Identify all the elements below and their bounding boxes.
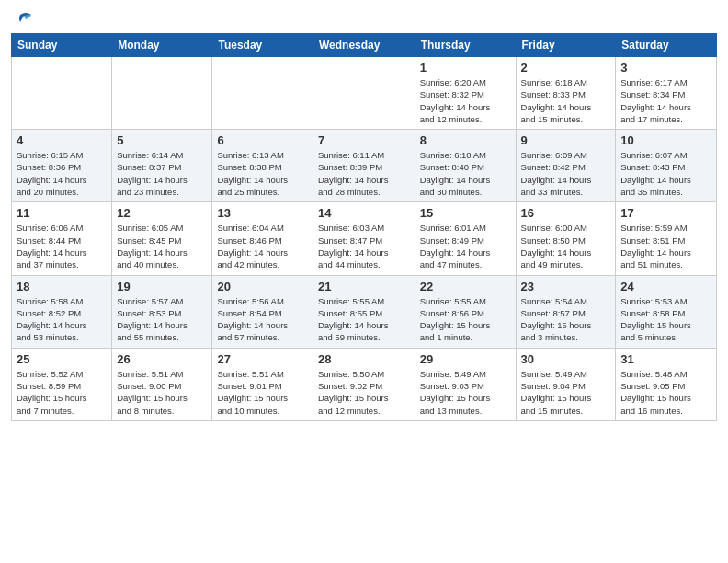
calendar-cell: 24Sunrise: 5:53 AM Sunset: 8:58 PM Dayli…: [616, 275, 717, 348]
day-info: Sunrise: 5:49 AM Sunset: 9:04 PM Dayligh…: [521, 368, 611, 417]
weekday-header: Monday: [112, 34, 212, 57]
day-info: Sunrise: 5:52 AM Sunset: 8:59 PM Dayligh…: [17, 368, 107, 417]
day-number: 31: [620, 352, 711, 366]
calendar-cell: 26Sunrise: 5:51 AM Sunset: 9:00 PM Dayli…: [112, 348, 212, 420]
calendar-cell: 27Sunrise: 5:51 AM Sunset: 9:01 PM Dayli…: [212, 348, 313, 420]
calendar-cell: 23Sunrise: 5:54 AM Sunset: 8:57 PM Dayli…: [516, 275, 616, 348]
day-info: Sunrise: 5:59 AM Sunset: 8:51 PM Dayligh…: [620, 222, 711, 270]
calendar-cell: 5Sunrise: 6:14 AM Sunset: 8:37 PM Daylig…: [112, 130, 212, 202]
day-info: Sunrise: 6:00 AM Sunset: 8:50 PM Dayligh…: [521, 222, 611, 270]
day-number: 25: [17, 352, 107, 366]
calendar-cell: 8Sunrise: 6:10 AM Sunset: 8:40 PM Daylig…: [415, 130, 516, 202]
day-info: Sunrise: 5:58 AM Sunset: 8:52 PM Dayligh…: [17, 295, 107, 344]
calendar-cell: [112, 57, 212, 130]
day-info: Sunrise: 6:01 AM Sunset: 8:49 PM Dayligh…: [420, 222, 511, 270]
day-info: Sunrise: 5:49 AM Sunset: 9:03 PM Dayligh…: [420, 368, 511, 417]
calendar-cell: 12Sunrise: 6:05 AM Sunset: 8:45 PM Dayli…: [112, 202, 212, 275]
day-number: 10: [620, 133, 711, 147]
day-number: 3: [620, 61, 711, 75]
day-info: Sunrise: 6:07 AM Sunset: 8:43 PM Dayligh…: [620, 149, 711, 198]
day-number: 20: [217, 280, 307, 293]
day-info: Sunrise: 6:14 AM Sunset: 8:37 PM Dayligh…: [117, 149, 207, 198]
page-container: SundayMondayTuesdayWednesdayThursdayFrid…: [0, 0, 728, 563]
calendar-cell: [212, 57, 313, 130]
calendar-week-row: 18Sunrise: 5:58 AM Sunset: 8:52 PM Dayli…: [12, 275, 717, 348]
calendar-cell: 28Sunrise: 5:50 AM Sunset: 9:02 PM Dayli…: [313, 348, 415, 420]
day-number: 19: [117, 280, 207, 293]
calendar-week-row: 11Sunrise: 6:06 AM Sunset: 8:44 PM Dayli…: [12, 202, 717, 275]
day-info: Sunrise: 6:03 AM Sunset: 8:47 PM Dayligh…: [318, 222, 410, 270]
calendar-cell: 11Sunrise: 6:06 AM Sunset: 8:44 PM Dayli…: [12, 202, 112, 275]
calendar-cell: 18Sunrise: 5:58 AM Sunset: 8:52 PM Dayli…: [12, 275, 112, 348]
calendar-cell: 13Sunrise: 6:04 AM Sunset: 8:46 PM Dayli…: [212, 202, 313, 275]
day-number: 12: [117, 206, 207, 220]
calendar-week-row: 1Sunrise: 6:20 AM Sunset: 8:32 PM Daylig…: [12, 57, 717, 130]
day-info: Sunrise: 5:51 AM Sunset: 9:00 PM Dayligh…: [117, 368, 207, 417]
calendar-cell: [313, 57, 415, 130]
day-number: 26: [117, 352, 207, 366]
calendar-cell: 17Sunrise: 5:59 AM Sunset: 8:51 PM Dayli…: [616, 202, 717, 275]
calendar-cell: 20Sunrise: 5:56 AM Sunset: 8:54 PM Dayli…: [212, 275, 313, 348]
day-info: Sunrise: 6:17 AM Sunset: 8:34 PM Dayligh…: [620, 76, 711, 125]
weekday-header: Sunday: [12, 34, 112, 57]
calendar-cell: [12, 57, 112, 130]
day-number: 29: [420, 352, 511, 366]
calendar-cell: 29Sunrise: 5:49 AM Sunset: 9:03 PM Dayli…: [415, 348, 516, 420]
day-info: Sunrise: 5:51 AM Sunset: 9:01 PM Dayligh…: [217, 368, 307, 417]
day-info: Sunrise: 6:06 AM Sunset: 8:44 PM Dayligh…: [17, 222, 107, 270]
calendar-cell: 3Sunrise: 6:17 AM Sunset: 8:34 PM Daylig…: [616, 57, 717, 130]
weekday-header: Saturday: [616, 34, 717, 57]
day-number: 16: [521, 206, 611, 220]
day-number: 5: [117, 133, 207, 147]
calendar-week-row: 25Sunrise: 5:52 AM Sunset: 8:59 PM Dayli…: [12, 348, 717, 420]
day-number: 1: [420, 61, 511, 75]
day-info: Sunrise: 6:20 AM Sunset: 8:32 PM Dayligh…: [420, 76, 511, 125]
day-number: 30: [521, 352, 611, 366]
day-info: Sunrise: 6:05 AM Sunset: 8:45 PM Dayligh…: [117, 222, 207, 270]
weekday-header: Wednesday: [313, 34, 415, 57]
calendar-cell: 7Sunrise: 6:11 AM Sunset: 8:39 PM Daylig…: [313, 130, 415, 202]
day-info: Sunrise: 6:13 AM Sunset: 8:38 PM Dayligh…: [217, 149, 307, 198]
calendar-table: SundayMondayTuesdayWednesdayThursdayFrid…: [11, 33, 717, 421]
day-number: 22: [420, 280, 511, 293]
calendar-cell: 30Sunrise: 5:49 AM Sunset: 9:04 PM Dayli…: [516, 348, 616, 420]
day-number: 28: [318, 352, 410, 366]
day-info: Sunrise: 5:55 AM Sunset: 8:56 PM Dayligh…: [420, 295, 511, 344]
day-number: 11: [17, 206, 107, 220]
day-number: 7: [318, 133, 410, 147]
weekday-header: Tuesday: [212, 34, 313, 57]
day-number: 8: [420, 133, 511, 147]
day-info: Sunrise: 6:04 AM Sunset: 8:46 PM Dayligh…: [217, 222, 307, 270]
day-number: 21: [318, 280, 410, 293]
calendar-week-row: 4Sunrise: 6:15 AM Sunset: 8:36 PM Daylig…: [12, 130, 717, 202]
logo-bird-icon: [13, 9, 35, 31]
calendar-cell: 15Sunrise: 6:01 AM Sunset: 8:49 PM Dayli…: [415, 202, 516, 275]
day-info: Sunrise: 5:54 AM Sunset: 8:57 PM Dayligh…: [521, 295, 611, 344]
day-info: Sunrise: 5:50 AM Sunset: 9:02 PM Dayligh…: [318, 368, 410, 417]
day-number: 6: [217, 133, 307, 147]
calendar-cell: 4Sunrise: 6:15 AM Sunset: 8:36 PM Daylig…: [12, 130, 112, 202]
day-number: 24: [620, 280, 711, 293]
calendar-cell: 10Sunrise: 6:07 AM Sunset: 8:43 PM Dayli…: [616, 130, 717, 202]
day-info: Sunrise: 5:55 AM Sunset: 8:55 PM Dayligh…: [318, 295, 410, 344]
calendar-cell: 19Sunrise: 5:57 AM Sunset: 8:53 PM Dayli…: [112, 275, 212, 348]
calendar-header-row: SundayMondayTuesdayWednesdayThursdayFrid…: [12, 34, 717, 57]
day-info: Sunrise: 6:18 AM Sunset: 8:33 PM Dayligh…: [521, 76, 611, 125]
day-number: 27: [217, 352, 307, 366]
calendar-cell: 14Sunrise: 6:03 AM Sunset: 8:47 PM Dayli…: [313, 202, 415, 275]
calendar-cell: 9Sunrise: 6:09 AM Sunset: 8:42 PM Daylig…: [516, 130, 616, 202]
calendar-cell: 25Sunrise: 5:52 AM Sunset: 8:59 PM Dayli…: [12, 348, 112, 420]
day-number: 2: [521, 61, 611, 75]
logo: [11, 9, 35, 28]
day-info: Sunrise: 6:10 AM Sunset: 8:40 PM Dayligh…: [420, 149, 511, 198]
header: [11, 9, 717, 28]
day-number: 14: [318, 206, 410, 220]
calendar-cell: 22Sunrise: 5:55 AM Sunset: 8:56 PM Dayli…: [415, 275, 516, 348]
day-info: Sunrise: 6:15 AM Sunset: 8:36 PM Dayligh…: [17, 149, 107, 198]
calendar-cell: 6Sunrise: 6:13 AM Sunset: 8:38 PM Daylig…: [212, 130, 313, 202]
day-number: 13: [217, 206, 307, 220]
calendar-cell: 2Sunrise: 6:18 AM Sunset: 8:33 PM Daylig…: [516, 57, 616, 130]
day-info: Sunrise: 5:56 AM Sunset: 8:54 PM Dayligh…: [217, 295, 307, 344]
calendar-cell: 21Sunrise: 5:55 AM Sunset: 8:55 PM Dayli…: [313, 275, 415, 348]
calendar-cell: 1Sunrise: 6:20 AM Sunset: 8:32 PM Daylig…: [415, 57, 516, 130]
